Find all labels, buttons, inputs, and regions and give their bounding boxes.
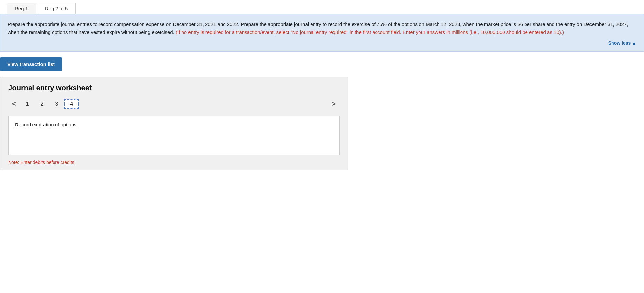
note-text: Note: Enter debits before credits. (8, 160, 340, 165)
page-navigation: < 1 2 3 4 > (8, 98, 340, 110)
instruction-red-text: (If no entry is required for a transacti… (176, 29, 564, 35)
tab-req1[interactable]: Req 1 (7, 3, 36, 14)
worksheet-title: Journal entry worksheet (8, 84, 340, 92)
tab-req2to5[interactable]: Req 2 to 5 (37, 3, 76, 14)
page-4-button[interactable]: 4 (64, 99, 79, 109)
tabs-bar: Req 1 Req 2 to 5 (0, 0, 644, 14)
next-page-button[interactable]: > (328, 98, 340, 110)
record-text: Record expiration of options. (15, 122, 78, 127)
prev-page-button[interactable]: < (8, 98, 20, 110)
record-box: Record expiration of options. (8, 116, 340, 155)
page-3-button[interactable]: 3 (50, 99, 64, 109)
page-1-button[interactable]: 1 (20, 99, 35, 109)
page-2-button[interactable]: 2 (35, 99, 50, 109)
view-transaction-button[interactable]: View transaction list (0, 57, 62, 71)
instruction-box: Prepare the appropriate journal entries … (0, 14, 644, 52)
show-less-link[interactable]: Show less ▲ (608, 39, 636, 47)
worksheet-container: Journal entry worksheet < 1 2 3 4 > Reco… (0, 77, 348, 170)
